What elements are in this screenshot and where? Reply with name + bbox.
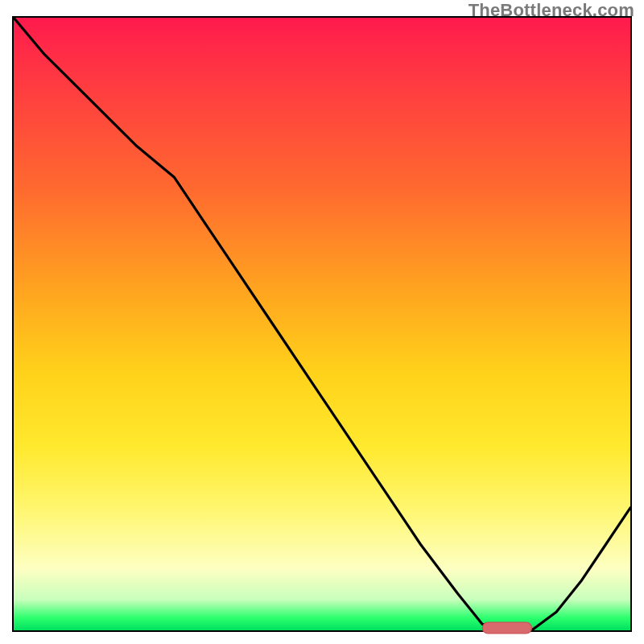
bottleneck-chart: TheBottleneck.com <box>0 0 644 644</box>
plot-gradient-fill <box>14 18 630 630</box>
watermark-text: TheBottleneck.com <box>469 0 634 21</box>
